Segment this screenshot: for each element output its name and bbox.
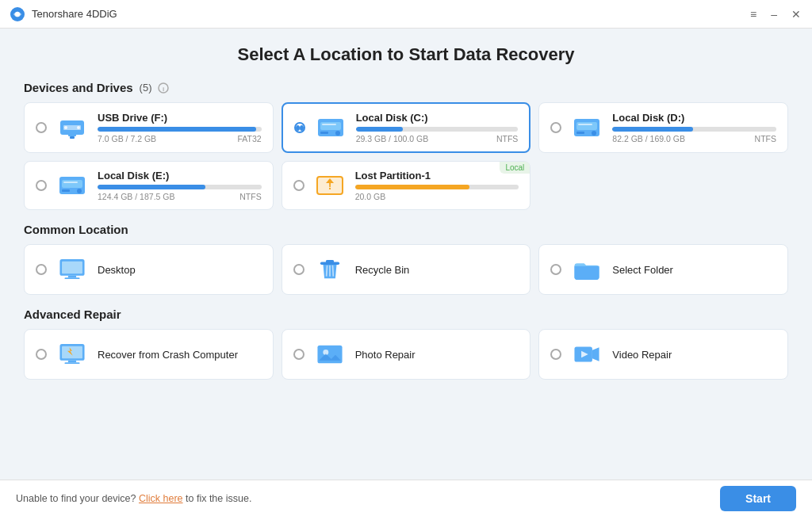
common-section-title: Common Location <box>24 223 788 236</box>
radio-local-d[interactable] <box>550 122 561 133</box>
svg-rect-12 <box>320 132 328 134</box>
page-title: Select A Location to Start Data Recovery <box>24 44 788 65</box>
minimize-button[interactable]: – <box>769 8 779 21</box>
common-location-grid: Desktop Recycle Bin <box>24 244 788 295</box>
title-bar: Tenorshare 4DDiG ≡ – ✕ <box>0 0 812 29</box>
disk-d-icon <box>569 113 604 142</box>
click-here-link[interactable]: Click here <box>139 493 183 504</box>
location-card-video[interactable]: Video Repair <box>538 329 788 380</box>
usb-icon <box>55 113 90 142</box>
svg-line-36 <box>332 266 333 277</box>
progress-lost-partition <box>355 185 519 189</box>
svg-rect-39 <box>68 361 76 363</box>
crash-icon <box>55 339 90 369</box>
drive-name-local-e: Local Disk (E:) <box>98 170 262 182</box>
lost-partition-icon: ! <box>312 171 347 200</box>
progress-local-e <box>98 185 262 189</box>
radio-video[interactable] <box>550 349 561 360</box>
location-card-select-folder[interactable]: Select Folder <box>538 244 788 295</box>
svg-rect-22 <box>62 189 70 192</box>
svg-point-9 <box>77 126 80 129</box>
drive-info-local-e: Local Disk (E:) 124.4 GB / 187.5 GB NTFS <box>98 170 262 201</box>
progress-fill-usb-f <box>98 127 256 132</box>
drive-name-local-d: Local Disk (D:) <box>612 112 776 124</box>
radio-local-e[interactable] <box>36 180 47 191</box>
drive-info-local-c: Local Disk (C:) 29.3 GB / 100.0 GB NTFS <box>356 112 519 143</box>
title-bar-left: Tenorshare 4DDiG <box>10 6 117 22</box>
svg-point-13 <box>335 131 340 136</box>
location-card-photo[interactable]: Photo Repair <box>282 329 531 380</box>
radio-local-c[interactable] <box>294 122 305 133</box>
drive-card-usb-f[interactable]: USB Drive (F:) 7.0 GB / 7.2 GB FAT32 <box>24 102 274 153</box>
radio-desktop[interactable] <box>36 264 47 275</box>
drive-card-local-d[interactable]: Local Disk (D:) 82.2 GB / 169.0 GB NTFS <box>538 102 788 153</box>
progress-usb-f <box>98 127 262 132</box>
svg-point-18 <box>592 131 596 136</box>
local-badge: Local <box>500 162 530 174</box>
svg-rect-41 <box>317 346 342 363</box>
trash-icon <box>312 254 347 285</box>
svg-rect-11 <box>320 122 341 130</box>
location-card-recycle-bin[interactable]: Recycle Bin <box>282 244 531 295</box>
desktop-label: Desktop <box>98 264 136 276</box>
video-repair-label: Video Repair <box>612 349 672 361</box>
app-name: Tenorshare 4DDiG <box>32 8 117 20</box>
drive-meta-usb-f: 7.0 GB / 7.2 GB FAT32 <box>98 134 262 143</box>
progress-local-d <box>612 127 776 132</box>
radio-usb-f[interactable] <box>36 122 47 133</box>
svg-rect-16 <box>576 122 597 130</box>
svg-rect-24 <box>63 182 78 183</box>
svg-text:i: i <box>163 86 164 93</box>
location-card-crash[interactable]: Recover from Crash Computer <box>24 329 274 380</box>
disk-c-icon <box>313 113 348 142</box>
svg-rect-6 <box>68 133 76 136</box>
svg-point-23 <box>77 189 82 193</box>
menu-button[interactable]: ≡ <box>749 8 758 21</box>
devices-count: (5) <box>140 82 152 94</box>
svg-rect-7 <box>70 136 75 139</box>
title-bar-controls: ≡ – ✕ <box>749 8 802 21</box>
drive-card-local-e[interactable]: Local Disk (E:) 124.4 GB / 187.5 GB NTFS <box>24 161 274 210</box>
app-logo <box>10 6 25 22</box>
photo-icon <box>312 339 347 369</box>
devices-section-title: Devices and Drives (5) i <box>24 81 788 94</box>
svg-rect-21 <box>62 180 82 188</box>
folder-icon <box>569 254 604 285</box>
radio-recycle-bin[interactable] <box>293 264 304 275</box>
drive-name-lost-partition: Lost Partition-1 <box>355 170 519 182</box>
progress-local-c <box>356 127 519 132</box>
radio-select-folder[interactable] <box>550 264 561 275</box>
drive-meta-local-e: 124.4 GB / 187.5 GB NTFS <box>98 192 262 201</box>
drive-card-local-c[interactable]: Local Disk (C:) 29.3 GB / 100.0 GB NTFS <box>282 102 531 153</box>
progress-fill-local-c <box>356 127 403 132</box>
bottom-text-after: to fix the issue. <box>186 493 251 504</box>
start-button[interactable]: Start <box>720 486 796 511</box>
radio-photo[interactable] <box>293 349 304 360</box>
svg-line-34 <box>326 266 327 277</box>
svg-rect-38 <box>62 346 82 359</box>
close-button[interactable]: ✕ <box>790 8 802 21</box>
photo-repair-label: Photo Repair <box>355 349 416 361</box>
radio-crash[interactable] <box>36 349 47 360</box>
video-icon <box>569 339 604 369</box>
drive-info-usb-f: USB Drive (F:) 7.0 GB / 7.2 GB FAT32 <box>98 112 262 143</box>
progress-fill-local-d <box>612 127 692 132</box>
radio-lost-partition[interactable] <box>293 180 304 191</box>
svg-rect-30 <box>68 276 76 278</box>
drive-name-usb-f: USB Drive (F:) <box>98 112 262 124</box>
progress-fill-local-e <box>98 185 205 189</box>
svg-rect-17 <box>576 132 584 134</box>
svg-rect-33 <box>325 260 333 262</box>
main-content: Select A Location to Start Data Recovery… <box>0 29 812 480</box>
location-card-desktop[interactable]: Desktop <box>24 244 274 295</box>
svg-rect-31 <box>65 277 80 279</box>
svg-rect-40 <box>65 362 80 364</box>
drive-info-local-d: Local Disk (D:) 82.2 GB / 169.0 GB NTFS <box>612 112 776 143</box>
disk-e-icon <box>55 171 90 200</box>
svg-point-1 <box>15 12 20 17</box>
bottom-bar: Unable to find your device? Click here t… <box>0 480 812 516</box>
progress-fill-lost-partition <box>355 185 470 189</box>
svg-rect-29 <box>62 262 82 274</box>
drive-card-lost-partition[interactable]: Local ! Lost Partition-1 20.0 GB <box>282 161 531 210</box>
advanced-repair-grid: Recover from Crash Computer Photo Repair <box>24 329 788 380</box>
